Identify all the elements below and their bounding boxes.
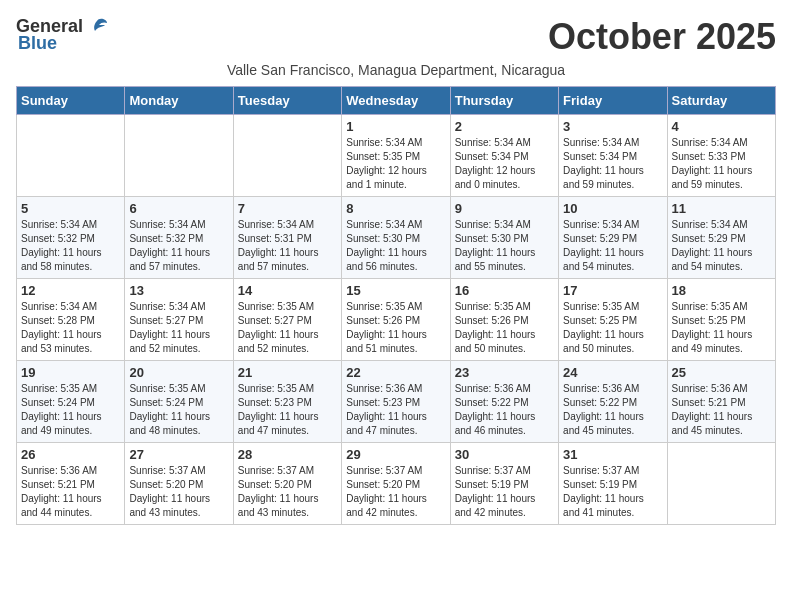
- day-detail: Sunrise: 5:36 AM Sunset: 5:21 PM Dayligh…: [672, 382, 771, 438]
- day-number: 14: [238, 283, 337, 298]
- day-number: 2: [455, 119, 554, 134]
- logo-bird-icon: [87, 17, 109, 37]
- day-detail: Sunrise: 5:35 AM Sunset: 5:25 PM Dayligh…: [672, 300, 771, 356]
- calendar-cell: 24Sunrise: 5:36 AM Sunset: 5:22 PM Dayli…: [559, 361, 667, 443]
- day-number: 4: [672, 119, 771, 134]
- day-number: 1: [346, 119, 445, 134]
- day-number: 6: [129, 201, 228, 216]
- calendar-cell: 16Sunrise: 5:35 AM Sunset: 5:26 PM Dayli…: [450, 279, 558, 361]
- day-detail: Sunrise: 5:34 AM Sunset: 5:30 PM Dayligh…: [346, 218, 445, 274]
- day-number: 25: [672, 365, 771, 380]
- month-title: October 2025: [548, 16, 776, 58]
- day-number: 31: [563, 447, 662, 462]
- day-detail: Sunrise: 5:34 AM Sunset: 5:35 PM Dayligh…: [346, 136, 445, 192]
- day-detail: Sunrise: 5:34 AM Sunset: 5:29 PM Dayligh…: [672, 218, 771, 274]
- day-detail: Sunrise: 5:34 AM Sunset: 5:28 PM Dayligh…: [21, 300, 120, 356]
- day-detail: Sunrise: 5:34 AM Sunset: 5:30 PM Dayligh…: [455, 218, 554, 274]
- page-header: General Blue October 2025: [16, 16, 776, 58]
- day-number: 8: [346, 201, 445, 216]
- day-detail: Sunrise: 5:35 AM Sunset: 5:26 PM Dayligh…: [346, 300, 445, 356]
- calendar-cell: 2Sunrise: 5:34 AM Sunset: 5:34 PM Daylig…: [450, 115, 558, 197]
- calendar-week-row: 19Sunrise: 5:35 AM Sunset: 5:24 PM Dayli…: [17, 361, 776, 443]
- calendar-header-thursday: Thursday: [450, 87, 558, 115]
- day-detail: Sunrise: 5:35 AM Sunset: 5:26 PM Dayligh…: [455, 300, 554, 356]
- day-detail: Sunrise: 5:34 AM Sunset: 5:34 PM Dayligh…: [455, 136, 554, 192]
- day-detail: Sunrise: 5:36 AM Sunset: 5:22 PM Dayligh…: [455, 382, 554, 438]
- day-detail: Sunrise: 5:35 AM Sunset: 5:23 PM Dayligh…: [238, 382, 337, 438]
- day-detail: Sunrise: 5:36 AM Sunset: 5:23 PM Dayligh…: [346, 382, 445, 438]
- calendar-cell: 15Sunrise: 5:35 AM Sunset: 5:26 PM Dayli…: [342, 279, 450, 361]
- day-detail: Sunrise: 5:37 AM Sunset: 5:20 PM Dayligh…: [346, 464, 445, 520]
- calendar-header-saturday: Saturday: [667, 87, 775, 115]
- calendar-cell: 10Sunrise: 5:34 AM Sunset: 5:29 PM Dayli…: [559, 197, 667, 279]
- day-number: 10: [563, 201, 662, 216]
- day-number: 21: [238, 365, 337, 380]
- day-detail: Sunrise: 5:34 AM Sunset: 5:33 PM Dayligh…: [672, 136, 771, 192]
- day-number: 23: [455, 365, 554, 380]
- calendar-header-sunday: Sunday: [17, 87, 125, 115]
- day-number: 15: [346, 283, 445, 298]
- day-number: 24: [563, 365, 662, 380]
- day-detail: Sunrise: 5:35 AM Sunset: 5:25 PM Dayligh…: [563, 300, 662, 356]
- calendar-table: SundayMondayTuesdayWednesdayThursdayFrid…: [16, 86, 776, 525]
- calendar-header-tuesday: Tuesday: [233, 87, 341, 115]
- calendar-cell: [125, 115, 233, 197]
- day-number: 5: [21, 201, 120, 216]
- day-detail: Sunrise: 5:35 AM Sunset: 5:24 PM Dayligh…: [21, 382, 120, 438]
- calendar-cell: [17, 115, 125, 197]
- calendar-cell: 27Sunrise: 5:37 AM Sunset: 5:20 PM Dayli…: [125, 443, 233, 525]
- day-number: 19: [21, 365, 120, 380]
- day-detail: Sunrise: 5:37 AM Sunset: 5:20 PM Dayligh…: [129, 464, 228, 520]
- day-detail: Sunrise: 5:35 AM Sunset: 5:27 PM Dayligh…: [238, 300, 337, 356]
- calendar-header-friday: Friday: [559, 87, 667, 115]
- calendar-cell: 13Sunrise: 5:34 AM Sunset: 5:27 PM Dayli…: [125, 279, 233, 361]
- day-number: 22: [346, 365, 445, 380]
- calendar-cell: 8Sunrise: 5:34 AM Sunset: 5:30 PM Daylig…: [342, 197, 450, 279]
- calendar-cell: 4Sunrise: 5:34 AM Sunset: 5:33 PM Daylig…: [667, 115, 775, 197]
- day-detail: Sunrise: 5:34 AM Sunset: 5:32 PM Dayligh…: [21, 218, 120, 274]
- calendar-cell: 6Sunrise: 5:34 AM Sunset: 5:32 PM Daylig…: [125, 197, 233, 279]
- calendar-cell: 31Sunrise: 5:37 AM Sunset: 5:19 PM Dayli…: [559, 443, 667, 525]
- calendar-cell: 29Sunrise: 5:37 AM Sunset: 5:20 PM Dayli…: [342, 443, 450, 525]
- day-detail: Sunrise: 5:36 AM Sunset: 5:21 PM Dayligh…: [21, 464, 120, 520]
- calendar-week-row: 12Sunrise: 5:34 AM Sunset: 5:28 PM Dayli…: [17, 279, 776, 361]
- logo-text-blue: Blue: [18, 33, 57, 54]
- calendar-cell: 23Sunrise: 5:36 AM Sunset: 5:22 PM Dayli…: [450, 361, 558, 443]
- calendar-week-row: 5Sunrise: 5:34 AM Sunset: 5:32 PM Daylig…: [17, 197, 776, 279]
- day-detail: Sunrise: 5:34 AM Sunset: 5:31 PM Dayligh…: [238, 218, 337, 274]
- day-detail: Sunrise: 5:34 AM Sunset: 5:32 PM Dayligh…: [129, 218, 228, 274]
- day-detail: Sunrise: 5:34 AM Sunset: 5:34 PM Dayligh…: [563, 136, 662, 192]
- calendar-cell: 25Sunrise: 5:36 AM Sunset: 5:21 PM Dayli…: [667, 361, 775, 443]
- calendar-cell: 11Sunrise: 5:34 AM Sunset: 5:29 PM Dayli…: [667, 197, 775, 279]
- logo: General Blue: [16, 16, 109, 54]
- day-number: 9: [455, 201, 554, 216]
- day-detail: Sunrise: 5:34 AM Sunset: 5:29 PM Dayligh…: [563, 218, 662, 274]
- day-number: 11: [672, 201, 771, 216]
- calendar-cell: [667, 443, 775, 525]
- day-number: 18: [672, 283, 771, 298]
- day-number: 3: [563, 119, 662, 134]
- calendar-cell: 18Sunrise: 5:35 AM Sunset: 5:25 PM Dayli…: [667, 279, 775, 361]
- calendar-cell: 7Sunrise: 5:34 AM Sunset: 5:31 PM Daylig…: [233, 197, 341, 279]
- calendar-week-row: 26Sunrise: 5:36 AM Sunset: 5:21 PM Dayli…: [17, 443, 776, 525]
- calendar-cell: 5Sunrise: 5:34 AM Sunset: 5:32 PM Daylig…: [17, 197, 125, 279]
- day-detail: Sunrise: 5:37 AM Sunset: 5:19 PM Dayligh…: [563, 464, 662, 520]
- day-number: 20: [129, 365, 228, 380]
- day-number: 28: [238, 447, 337, 462]
- day-number: 16: [455, 283, 554, 298]
- day-number: 30: [455, 447, 554, 462]
- day-detail: Sunrise: 5:35 AM Sunset: 5:24 PM Dayligh…: [129, 382, 228, 438]
- calendar-cell: 28Sunrise: 5:37 AM Sunset: 5:20 PM Dayli…: [233, 443, 341, 525]
- calendar-header-row: SundayMondayTuesdayWednesdayThursdayFrid…: [17, 87, 776, 115]
- day-detail: Sunrise: 5:37 AM Sunset: 5:20 PM Dayligh…: [238, 464, 337, 520]
- day-number: 7: [238, 201, 337, 216]
- day-number: 29: [346, 447, 445, 462]
- calendar-cell: 14Sunrise: 5:35 AM Sunset: 5:27 PM Dayli…: [233, 279, 341, 361]
- calendar-cell: 1Sunrise: 5:34 AM Sunset: 5:35 PM Daylig…: [342, 115, 450, 197]
- calendar-cell: 3Sunrise: 5:34 AM Sunset: 5:34 PM Daylig…: [559, 115, 667, 197]
- calendar-cell: 9Sunrise: 5:34 AM Sunset: 5:30 PM Daylig…: [450, 197, 558, 279]
- calendar-header-wednesday: Wednesday: [342, 87, 450, 115]
- calendar-cell: 30Sunrise: 5:37 AM Sunset: 5:19 PM Dayli…: [450, 443, 558, 525]
- day-number: 17: [563, 283, 662, 298]
- page-subtitle: Valle San Francisco, Managua Department,…: [16, 62, 776, 78]
